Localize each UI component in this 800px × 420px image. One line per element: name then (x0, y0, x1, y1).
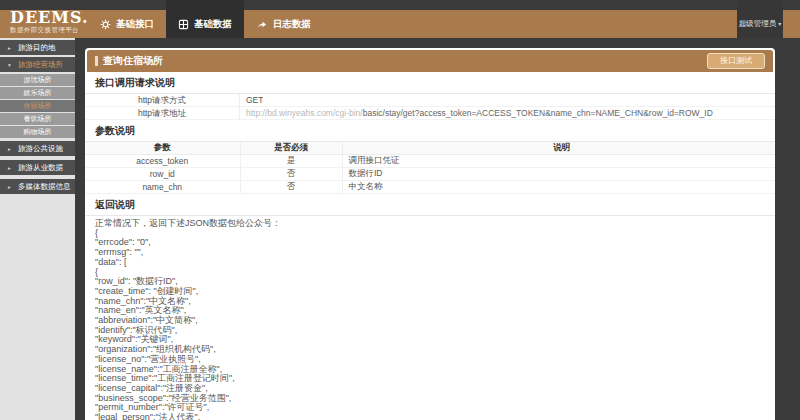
response-section-heading: 返回说明 (85, 194, 775, 216)
json-line: "legal_person":"法人代表", (95, 413, 765, 420)
col-header-description: 说明 (342, 142, 775, 155)
json-line: "identify":"标识代码", (95, 326, 765, 336)
sidebar-group-label: 旅游目的地 (18, 43, 56, 53)
nav-item-log-data[interactable]: 日志数据 (244, 10, 323, 38)
logo-subtitle: 数据外部交换管理平台 (10, 26, 89, 35)
param-name: row_id (85, 168, 240, 181)
grid-icon (178, 19, 189, 30)
json-line: "data": [ (95, 258, 765, 268)
params-header-row: 参数 是否必须 说明 (85, 142, 775, 155)
url-prefix: http://bd.winyeahs.com/cgi-bin/ (246, 108, 363, 118)
table-row: name_chn 否 中文名称 (85, 181, 775, 194)
col-header-required: 是否必须 (240, 142, 342, 155)
param-required: 否 (240, 168, 342, 181)
http-method-value: GET (240, 94, 263, 106)
param-name: name_chn (85, 181, 240, 194)
response-json-block: 正常情况下，返回下述JSON数据包给公众号： { "errcode": "0",… (85, 216, 775, 420)
sidebar-item-shopping-places[interactable]: 购物场所 (0, 126, 75, 138)
col-header-param: 参数 (85, 142, 240, 155)
param-required: 否 (240, 181, 342, 194)
sidebar-group-label: 多媒体数据信息 (18, 182, 71, 192)
sidebar-group-multimedia-data[interactable]: ▸ 多媒体数据信息 (0, 179, 75, 194)
sidebar-sublist: 游玩场所 娱乐场所 住宿场所 餐饮场所 购物场所 (0, 74, 75, 138)
chevron-right-icon: ▸ (8, 146, 14, 152)
top-header: DEEMS. 数据外部交换管理平台 基础接口 基础数据 (0, 0, 800, 38)
table-row: access_token 是 调用接口凭证 (85, 155, 775, 168)
caret-down-icon: ▾ (778, 20, 781, 27)
sidebar-item-dining-places[interactable]: 餐饮场所 (0, 113, 75, 125)
json-line: { (95, 229, 765, 239)
http-url-value: http://bd.winyeahs.com/cgi-bin/basic/sta… (240, 107, 713, 119)
nav-label: 基础接口 (116, 18, 154, 31)
request-section-heading: 接口调用请求说明 (85, 72, 775, 94)
http-method-label: http请求方式 (85, 94, 240, 106)
share-arrow-icon (256, 19, 268, 30)
param-description: 数据行ID (342, 168, 775, 181)
json-line: "create_time": "创建时间", (95, 287, 765, 297)
json-line: "abbreviation":"中文简称", (95, 316, 765, 326)
nav-label: 日志数据 (273, 18, 311, 31)
user-name: 超级管理员 (739, 19, 777, 29)
chevron-right-icon: ▸ (8, 184, 14, 190)
chevron-right-icon: ▸ (8, 45, 14, 51)
params-section-heading: 参数说明 (85, 120, 775, 142)
app-logo: DEEMS. 数据外部交换管理平台 (10, 9, 89, 35)
title-marker (95, 56, 98, 66)
url-path: basic/stay/get?access_token=ACCESS_TOKEN… (363, 108, 713, 118)
http-url-row: http请求地址 http://bd.winyeahs.com/cgi-bin/… (85, 107, 775, 120)
gear-icon (100, 19, 111, 30)
logo-title: DEEMS. (10, 9, 89, 26)
json-line: "errcode": "0", (95, 238, 765, 248)
nav-item-basic-data[interactable]: 基础数据 (166, 0, 244, 38)
page-title: 查询住宿场所 (103, 54, 163, 68)
api-test-button[interactable]: 接口测试 (707, 53, 765, 69)
params-table: 参数 是否必须 说明 access_token 是 调用接口凭证 row_id … (85, 142, 775, 194)
sidebar-group-label: 旅游从业数据 (18, 163, 63, 173)
table-row: row_id 否 数据行ID (85, 168, 775, 181)
sidebar-group-label: 旅游公共设施 (18, 144, 63, 154)
sidebar-item-accommodation-places[interactable]: 住宿场所 (0, 100, 75, 112)
sidebar-group-label: 旅游经营场所 (18, 60, 63, 70)
sidebar-group-practitioner-data[interactable]: ▸ 旅游从业数据 (0, 160, 75, 175)
sidebar-group-business-places[interactable]: ▾ 旅游经营场所 (0, 57, 75, 72)
sidebar-group-destination[interactable]: ▸ 旅游目的地 (0, 40, 75, 55)
user-menu[interactable]: 超级管理员 ▾ (737, 0, 783, 38)
param-required: 是 (240, 155, 342, 168)
sidebar: ▸ 旅游目的地 ▾ 旅游经营场所 游玩场所 娱乐场所 住宿场所 餐饮场所 购物场… (0, 38, 75, 420)
param-name: access_token (85, 155, 240, 168)
sidebar-group-public-facilities[interactable]: ▸ 旅游公共设施 (0, 141, 75, 156)
nav-item-basic-interface[interactable]: 基础接口 (88, 10, 166, 38)
sidebar-item-entertainment-places[interactable]: 娱乐场所 (0, 87, 75, 99)
http-method-row: http请求方式 GET (85, 94, 775, 107)
param-description: 中文名称 (342, 181, 775, 194)
json-line: { (95, 268, 765, 278)
chevron-right-icon: ▸ (8, 165, 14, 171)
sidebar-item-play-places[interactable]: 游玩场所 (0, 74, 75, 86)
response-intro: 正常情况下，返回下述JSON数据包给公众号： (95, 219, 765, 229)
main-nav: 基础接口 基础数据 日志数据 (88, 0, 323, 38)
content-panel: 查询住宿场所 接口测试 接口调用请求说明 http请求方式 GET http请求… (85, 48, 775, 420)
chevron-down-icon: ▾ (8, 62, 14, 68)
json-line: "name_chn":"中文名称", (95, 297, 765, 307)
nav-label: 基础数据 (194, 18, 232, 31)
page-title-bar: 查询住宿场所 接口测试 (87, 50, 773, 72)
param-description: 调用接口凭证 (342, 155, 775, 168)
json-line: "errmsg": "", (95, 248, 765, 258)
http-url-label: http请求地址 (85, 107, 240, 119)
